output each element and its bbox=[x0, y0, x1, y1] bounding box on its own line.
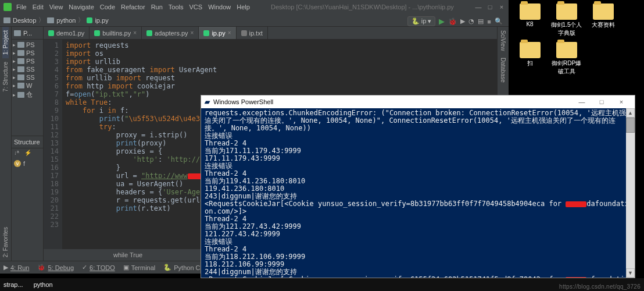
filter-icon[interactable]: ⚡ bbox=[24, 150, 33, 158]
folder-icon bbox=[593, 3, 614, 20]
folder-icon bbox=[14, 30, 21, 36]
debug-icon[interactable]: 🐞 bbox=[448, 17, 457, 26]
text-file-icon bbox=[241, 30, 247, 36]
pycharm-icon bbox=[3, 3, 12, 11]
menu-view[interactable]: View bbox=[49, 3, 63, 10]
powershell-output[interactable]: requests.exceptions.ChunkedEncodingError… bbox=[201, 108, 635, 278]
close-tab-icon[interactable]: × bbox=[133, 30, 137, 36]
menu-help[interactable]: Help bbox=[237, 3, 250, 10]
menu-window[interactable]: Window bbox=[208, 3, 231, 10]
search-icon[interactable]: 🔍 bbox=[495, 17, 503, 25]
terminal-tool-button[interactable]: ▣ Terminal bbox=[123, 264, 156, 271]
python-file-icon bbox=[94, 30, 100, 36]
gutter[interactable]: 1234567891011121314151617181920212223 bbox=[44, 40, 62, 249]
breadcrumb[interactable]: Desktop 〉 python 〉 ip.py 🐍 ip ▾ ▶ 🐞 ▶ ◔ … bbox=[0, 14, 509, 27]
folder-icon bbox=[17, 50, 24, 56]
project-tree-item[interactable]: ▸仓 bbox=[12, 90, 43, 100]
coverage-icon[interactable]: ▶ bbox=[460, 17, 465, 25]
todo-tool-button[interactable]: ✓ 6: TODO bbox=[82, 264, 115, 271]
stop-icon[interactable]: ■ bbox=[487, 18, 491, 25]
editor-tab-ip-txt[interactable]: ip.txt bbox=[237, 27, 268, 39]
maximize-icon[interactable]: □ bbox=[486, 3, 493, 10]
close-tab-icon[interactable]: × bbox=[228, 30, 231, 36]
project-tree-item[interactable]: ▸PS bbox=[12, 57, 43, 65]
project-tree-item[interactable]: ▸SS bbox=[12, 65, 43, 73]
menu-file[interactable]: File bbox=[16, 3, 27, 10]
structure-header[interactable]: Structure bbox=[12, 136, 43, 148]
folder-icon bbox=[17, 83, 24, 88]
structure-tool-button[interactable]: 7: Structure bbox=[2, 58, 9, 95]
scroll-down-icon[interactable]: ▼ bbox=[626, 268, 635, 278]
menu-run[interactable]: Run bbox=[151, 3, 163, 10]
taskbar-item[interactable]: python bbox=[34, 281, 53, 288]
project-tree-item[interactable]: ▸PS bbox=[12, 49, 43, 57]
structure-toolbar[interactable]: ↓ª ⚡ bbox=[12, 148, 43, 159]
taskbar-item[interactable]: strap... bbox=[3, 281, 23, 288]
powershell-icon: ▰ bbox=[205, 98, 210, 106]
minimize-icon[interactable]: — bbox=[572, 98, 592, 105]
main-menu[interactable]: FileEditViewNavigateCodeRefactorRunTools… bbox=[16, 3, 250, 10]
close-icon[interactable]: × bbox=[611, 98, 631, 105]
profile-icon[interactable]: ◔ bbox=[468, 17, 474, 25]
taskbar[interactable]: strap... python bbox=[0, 278, 644, 291]
close-tab-icon[interactable]: × bbox=[191, 30, 194, 36]
editor-tab-adapters-py[interactable]: adapters.py× bbox=[142, 27, 199, 39]
menu-code[interactable]: Code bbox=[100, 3, 115, 10]
project-tree-item[interactable]: ▸PS bbox=[12, 41, 43, 49]
minimize-icon[interactable]: — bbox=[475, 3, 482, 10]
folder-icon bbox=[556, 42, 577, 58]
desktop-folder[interactable]: 大赛资料 bbox=[587, 3, 619, 37]
desktop-folder[interactable]: 扫 bbox=[514, 42, 546, 76]
maximize-icon[interactable]: □ bbox=[592, 98, 611, 105]
editor-tab-ip-py[interactable]: ip.py× bbox=[199, 27, 236, 39]
project-tree-item[interactable]: ▸W bbox=[12, 81, 43, 90]
sciview-tool-button[interactable]: SciView bbox=[500, 27, 506, 54]
debug-tool-button[interactable]: 🐞 5: Debug bbox=[37, 264, 74, 271]
editor-tabs[interactable]: demo1.pybuiltins.py×adapters.py×ip.py×ip… bbox=[44, 27, 497, 40]
menu-edit[interactable]: Edit bbox=[33, 3, 44, 10]
scroll-up-icon[interactable]: ▲ bbox=[626, 108, 635, 118]
menu-tools[interactable]: Tools bbox=[169, 3, 184, 10]
scrollbar-track[interactable] bbox=[626, 108, 635, 278]
run-icon[interactable]: ▶ bbox=[439, 17, 445, 26]
folder-icon bbox=[17, 58, 24, 64]
concurrency-icon[interactable]: ▤ bbox=[478, 17, 484, 25]
database-tool-button[interactable]: Database bbox=[500, 54, 506, 86]
sort-icon[interactable]: ↓ª bbox=[14, 150, 22, 158]
ide-titlebar[interactable]: FileEditViewNavigateCodeRefactorRunTools… bbox=[0, 0, 509, 14]
folder-icon bbox=[17, 42, 24, 48]
python-file-icon bbox=[203, 30, 209, 36]
desktop-folder[interactable]: K8 bbox=[514, 3, 546, 37]
project-tool-button[interactable]: 1: Project bbox=[2, 27, 9, 58]
run-config-select[interactable]: 🐍 ip ▾ bbox=[407, 16, 436, 26]
run-toolbar[interactable]: 🐍 ip ▾ ▶ 🐞 ▶ ◔ ▤ ■ 🔍 bbox=[407, 16, 503, 26]
menu-vcs[interactable]: VCS bbox=[189, 3, 203, 10]
folder-icon bbox=[17, 92, 24, 98]
watermark: https://blog.csdn.net/qq_3726 bbox=[559, 283, 641, 290]
close-icon[interactable]: × bbox=[498, 3, 505, 10]
structure-item[interactable]: v f bbox=[12, 159, 43, 168]
desktop-folder[interactable]: 御剑RDP爆破工具 bbox=[550, 42, 582, 76]
project-tree[interactable]: ▸PS▸PS▸PS▸SS▸SS▸W▸仓 bbox=[12, 40, 43, 101]
window-controls[interactable]: — □ × bbox=[475, 3, 505, 10]
project-header[interactable]: P... bbox=[12, 27, 43, 40]
editor-tab-builtins-py[interactable]: builtins.py× bbox=[90, 27, 142, 39]
scrollbar-thumb[interactable] bbox=[626, 118, 635, 133]
menu-refactor[interactable]: Refactor bbox=[121, 3, 145, 10]
desktop-folder[interactable]: 御剑1.5个人字典版 bbox=[550, 3, 582, 37]
run-tool-button[interactable]: ▶ 4: Run bbox=[3, 264, 29, 271]
variable-icon: v bbox=[14, 160, 21, 167]
editor-tab-demo1-py[interactable]: demo1.py bbox=[44, 27, 90, 39]
chevron-right-icon: 〉 bbox=[78, 16, 84, 24]
powershell-window[interactable]: ▰ Windows PowerShell — □ × requests.exce… bbox=[201, 95, 635, 278]
favorites-tool-button[interactable]: 2: Favorites bbox=[2, 223, 9, 261]
project-tree-item[interactable]: ▸SS bbox=[12, 73, 43, 81]
powershell-titlebar[interactable]: ▰ Windows PowerShell — □ × bbox=[201, 95, 635, 108]
folder-icon bbox=[3, 17, 10, 23]
left-tool-stripe[interactable]: 1: Project 7: Structure 2: Favorites bbox=[0, 27, 12, 261]
project-pane[interactable]: P... ▸PS▸PS▸PS▸SS▸SS▸W▸仓 Structure ↓ª ⚡ … bbox=[12, 27, 44, 261]
folder-icon bbox=[47, 17, 54, 23]
folder-icon bbox=[556, 3, 577, 20]
menu-navigate[interactable]: Navigate bbox=[69, 3, 94, 10]
folder-icon bbox=[17, 66, 24, 72]
